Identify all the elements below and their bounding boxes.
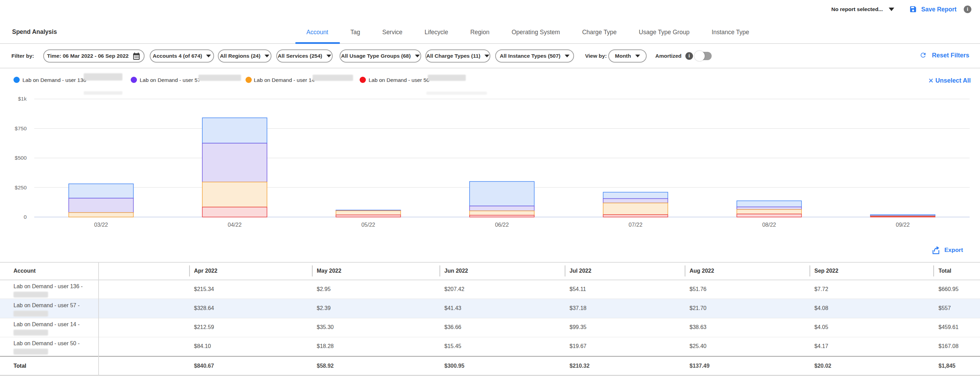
svg-text:07/22: 07/22 (628, 222, 643, 228)
svg-text:05/22: 05/22 (361, 222, 375, 228)
svg-text:06/22: 06/22 (495, 222, 509, 228)
svg-text:04/22: 04/22 (228, 222, 242, 228)
svg-text:03/22: 03/22 (94, 222, 108, 228)
svg-text:$750: $750 (15, 125, 27, 131)
svg-text:08/22: 08/22 (762, 222, 776, 228)
svg-text:0: 0 (24, 214, 27, 220)
svg-text:$500: $500 (15, 155, 27, 161)
svg-text:$1k: $1k (18, 96, 27, 102)
svg-text:09/22: 09/22 (896, 222, 910, 228)
svg-text:$250: $250 (15, 184, 27, 190)
